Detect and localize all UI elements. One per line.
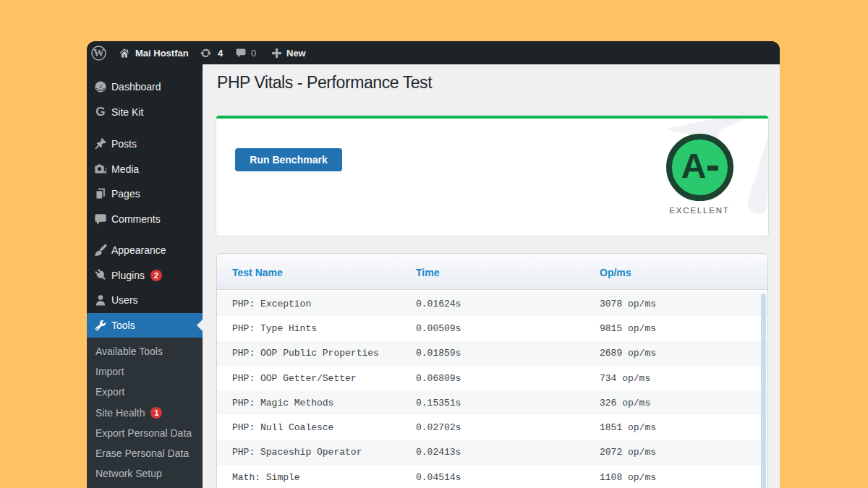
svg-text:G: G: [95, 106, 105, 119]
svg-text:W: W: [93, 47, 104, 59]
